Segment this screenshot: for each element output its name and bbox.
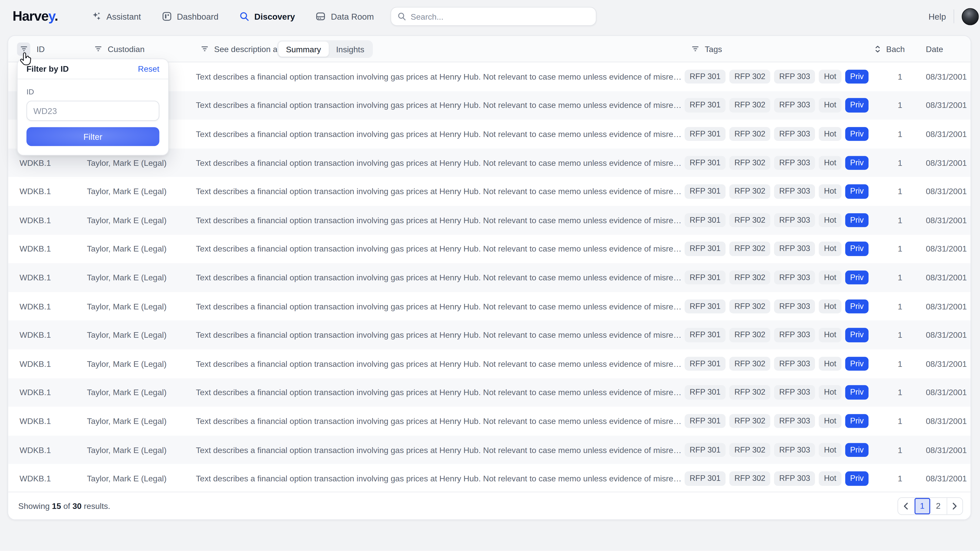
tag-chip[interactable]: RFP 301 bbox=[685, 156, 726, 170]
priv-tag-chip[interactable]: Priv bbox=[845, 472, 869, 486]
tag-chip[interactable]: RFP 302 bbox=[729, 443, 770, 457]
tag-chip[interactable]: Hot bbox=[819, 357, 841, 371]
tag-chip[interactable]: RFP 302 bbox=[729, 98, 770, 113]
table-row[interactable]: WDKB.1 Taylor, Mark E (Legal) Text descr… bbox=[8, 234, 970, 263]
tab-summary[interactable]: Summary bbox=[278, 41, 329, 57]
filter-button-custodian[interactable] bbox=[91, 42, 105, 56]
priv-tag-chip[interactable]: Priv bbox=[845, 357, 869, 371]
tag-chip[interactable]: RFP 302 bbox=[729, 127, 770, 141]
reset-button[interactable]: Reset bbox=[138, 64, 159, 74]
tag-chip[interactable]: RFP 302 bbox=[729, 213, 770, 227]
tab-insights[interactable]: Insights bbox=[328, 41, 372, 57]
tag-chip[interactable]: RFP 301 bbox=[685, 213, 726, 227]
priv-tag-chip[interactable]: Priv bbox=[845, 270, 869, 285]
next-page-button[interactable] bbox=[946, 498, 963, 514]
tag-chip[interactable]: Hot bbox=[819, 184, 841, 199]
table-row[interactable]: WDKB.1 Taylor, Mark E (Legal) Text descr… bbox=[8, 263, 970, 292]
tag-chip[interactable]: RFP 301 bbox=[685, 242, 726, 256]
tag-chip[interactable]: RFP 301 bbox=[685, 386, 726, 400]
nav-item-assistant[interactable]: Assistant bbox=[91, 11, 141, 21]
tag-chip[interactable]: Hot bbox=[819, 270, 841, 285]
tag-chip[interactable]: RFP 302 bbox=[729, 242, 770, 256]
tag-chip[interactable]: RFP 302 bbox=[729, 472, 770, 486]
table-row[interactable]: WDKB.1 Taylor, Mark E (Legal) Text descr… bbox=[8, 435, 970, 464]
tag-chip[interactable]: Hot bbox=[819, 98, 841, 113]
priv-tag-chip[interactable]: Priv bbox=[845, 414, 869, 428]
tag-chip[interactable]: RFP 303 bbox=[774, 156, 815, 170]
tag-chip[interactable]: RFP 303 bbox=[774, 443, 815, 457]
tag-chip[interactable]: RFP 303 bbox=[774, 213, 815, 227]
tag-chip[interactable]: RFP 303 bbox=[774, 357, 815, 371]
tag-chip[interactable]: Hot bbox=[819, 156, 841, 170]
table-row[interactable]: WDKB.1 Taylor, Mark E (Legal) Text descr… bbox=[8, 464, 970, 493]
filter-submit-button[interactable]: Filter bbox=[27, 127, 159, 146]
page-1-button[interactable]: 1 bbox=[914, 498, 930, 514]
tag-chip[interactable]: RFP 303 bbox=[774, 184, 815, 199]
tag-chip[interactable]: RFP 301 bbox=[685, 299, 726, 313]
tag-chip[interactable]: RFP 301 bbox=[685, 443, 726, 457]
tag-chip[interactable]: Hot bbox=[819, 443, 841, 457]
tag-chip[interactable]: RFP 301 bbox=[685, 357, 726, 371]
tag-chip[interactable]: RFP 303 bbox=[774, 299, 815, 313]
tag-chip[interactable]: RFP 302 bbox=[729, 184, 770, 199]
tag-chip[interactable]: RFP 301 bbox=[685, 414, 726, 428]
filter-button-id[interactable] bbox=[17, 42, 30, 56]
tag-chip[interactable]: RFP 301 bbox=[685, 328, 726, 342]
tag-chip[interactable]: Hot bbox=[819, 127, 841, 141]
tag-chip[interactable]: RFP 303 bbox=[774, 328, 815, 342]
tag-chip[interactable]: RFP 301 bbox=[685, 472, 726, 486]
priv-tag-chip[interactable]: Priv bbox=[845, 386, 869, 400]
table-row[interactable]: WDKB.1 Taylor, Mark E (Legal) Text descr… bbox=[8, 349, 970, 378]
harvey-logo[interactable]: Harvey. bbox=[13, 9, 58, 25]
nav-item-dashboard[interactable]: Dashboard bbox=[162, 11, 218, 21]
priv-tag-chip[interactable]: Priv bbox=[845, 184, 869, 199]
tag-chip[interactable]: RFP 301 bbox=[685, 98, 726, 113]
priv-tag-chip[interactable]: Priv bbox=[845, 98, 869, 113]
priv-tag-chip[interactable]: Priv bbox=[845, 70, 869, 84]
tag-chip[interactable]: RFP 302 bbox=[729, 156, 770, 170]
tag-chip[interactable]: Hot bbox=[819, 70, 841, 84]
nav-item-discovery[interactable]: Discovery bbox=[239, 11, 295, 21]
tag-chip[interactable]: RFP 303 bbox=[774, 98, 815, 113]
avatar[interactable] bbox=[962, 8, 979, 25]
search-input[interactable] bbox=[410, 12, 590, 21]
table-row[interactable]: WDKB.1 Taylor, Mark E (Legal) Text descr… bbox=[8, 206, 970, 235]
tag-chip[interactable]: RFP 302 bbox=[729, 270, 770, 285]
table-row[interactable]: WDKB.1 Taylor, Mark E (Legal) Text descr… bbox=[8, 177, 970, 206]
tag-chip[interactable]: RFP 302 bbox=[729, 357, 770, 371]
id-filter-input[interactable] bbox=[27, 101, 159, 121]
tag-chip[interactable]: RFP 302 bbox=[729, 414, 770, 428]
tag-chip[interactable]: RFP 301 bbox=[685, 270, 726, 285]
tag-chip[interactable]: Hot bbox=[819, 414, 841, 428]
tag-chip[interactable]: Hot bbox=[819, 299, 841, 313]
tag-chip[interactable]: RFP 301 bbox=[685, 127, 726, 141]
tag-chip[interactable]: RFP 301 bbox=[685, 70, 726, 84]
priv-tag-chip[interactable]: Priv bbox=[845, 156, 869, 170]
filter-button-tags[interactable] bbox=[688, 42, 702, 56]
tag-chip[interactable]: RFP 303 bbox=[774, 242, 815, 256]
priv-tag-chip[interactable]: Priv bbox=[845, 242, 869, 256]
tag-chip[interactable]: Hot bbox=[819, 242, 841, 256]
tag-chip[interactable]: Hot bbox=[819, 472, 841, 486]
priv-tag-chip[interactable]: Priv bbox=[845, 443, 869, 457]
tag-chip[interactable]: RFP 301 bbox=[685, 184, 726, 199]
nav-item-data-room[interactable]: Data Room bbox=[316, 11, 374, 21]
priv-tag-chip[interactable]: Priv bbox=[845, 328, 869, 342]
help-link[interactable]: Help bbox=[928, 12, 946, 21]
priv-tag-chip[interactable]: Priv bbox=[845, 213, 869, 227]
tag-chip[interactable]: RFP 302 bbox=[729, 328, 770, 342]
filter-button-description[interactable] bbox=[198, 42, 211, 56]
tag-chip[interactable]: RFP 303 bbox=[774, 270, 815, 285]
page-2-button[interactable]: 2 bbox=[930, 498, 946, 514]
tag-chip[interactable]: RFP 303 bbox=[774, 127, 815, 141]
tag-chip[interactable]: Hot bbox=[819, 328, 841, 342]
tag-chip[interactable]: RFP 303 bbox=[774, 414, 815, 428]
tag-chip[interactable]: Hot bbox=[819, 213, 841, 227]
tag-chip[interactable]: RFP 303 bbox=[774, 70, 815, 84]
tag-chip[interactable]: RFP 303 bbox=[774, 386, 815, 400]
table-row[interactable]: WDKB.1 Taylor, Mark E (Legal) Text descr… bbox=[8, 321, 970, 349]
prev-page-button[interactable] bbox=[898, 498, 914, 514]
priv-tag-chip[interactable]: Priv bbox=[845, 299, 869, 313]
tag-chip[interactable]: Hot bbox=[819, 386, 841, 400]
tag-chip[interactable]: RFP 302 bbox=[729, 70, 770, 84]
